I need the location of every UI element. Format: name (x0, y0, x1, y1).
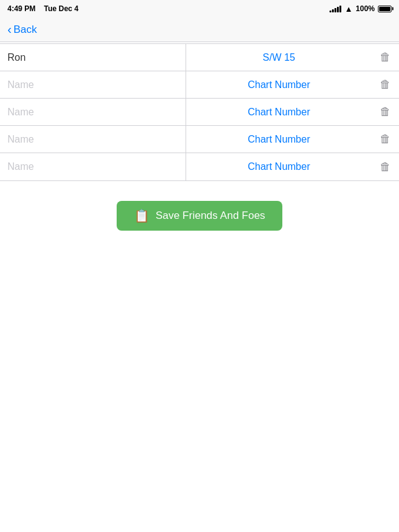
delete-row-button[interactable]: 🗑 (372, 71, 399, 98)
save-button-container: 📋 Save Friends And Foes (0, 201, 399, 231)
table-row: 🗑 (0, 44, 399, 71)
signal-icon (330, 6, 341, 12)
back-label: Back (14, 24, 37, 36)
table-row: 🗑 (0, 99, 399, 126)
status-time: 4:49 PM (7, 4, 35, 13)
name-input[interactable] (7, 161, 178, 172)
chart-number-cell (186, 99, 372, 125)
back-chevron-icon: ‹ (7, 23, 12, 35)
chart-number-input[interactable] (194, 107, 364, 118)
status-time-date: 4:49 PM Tue Dec 4 (7, 4, 79, 13)
name-cell (0, 153, 186, 180)
chart-number-input[interactable] (194, 52, 364, 63)
save-button-label: Save Friends And Foes (156, 210, 266, 222)
table-row: 🗑 (0, 71, 399, 99)
trash-icon: 🗑 (380, 133, 391, 146)
status-bar: 4:49 PM Tue Dec 4 ▲ 100% (0, 0, 399, 17)
trash-icon: 🗑 (380, 161, 391, 174)
name-input[interactable] (7, 134, 178, 145)
delete-row-button[interactable]: 🗑 (372, 44, 399, 71)
chart-number-input[interactable] (194, 134, 364, 145)
chart-number-cell (186, 71, 372, 98)
status-date: Tue Dec 4 (44, 4, 79, 13)
save-friends-foes-button[interactable]: 📋 Save Friends And Foes (117, 201, 283, 231)
delete-row-button[interactable]: 🗑 (372, 99, 399, 125)
chart-number-input[interactable] (194, 161, 364, 172)
name-input[interactable] (7, 52, 178, 63)
name-cell (0, 44, 186, 71)
status-indicators: ▲ 100% (330, 4, 392, 14)
name-cell (0, 126, 186, 153)
chart-number-cell (186, 126, 372, 153)
name-input[interactable] (7, 107, 178, 118)
delete-row-button[interactable]: 🗑 (372, 153, 399, 180)
back-button[interactable]: ‹ Back (7, 24, 37, 36)
trash-icon: 🗑 (380, 105, 391, 118)
delete-row-button[interactable]: 🗑 (372, 126, 399, 153)
battery-percent: 100% (356, 4, 375, 13)
save-icon: 📋 (134, 208, 150, 223)
trash-icon: 🗑 (380, 51, 391, 64)
friends-foes-table: 🗑🗑🗑🗑🗑 (0, 43, 399, 181)
chart-number-input[interactable] (194, 79, 364, 91)
table-row: 🗑 (0, 153, 399, 180)
nav-bar: ‹ Back (0, 17, 399, 42)
chart-number-cell (186, 153, 372, 180)
name-cell (0, 71, 186, 98)
trash-icon: 🗑 (380, 78, 391, 91)
name-input[interactable] (7, 79, 178, 91)
table-row: 🗑 (0, 126, 399, 153)
chart-number-cell (186, 44, 372, 71)
name-cell (0, 99, 186, 125)
battery-icon (378, 6, 392, 12)
wifi-icon: ▲ (344, 4, 352, 14)
